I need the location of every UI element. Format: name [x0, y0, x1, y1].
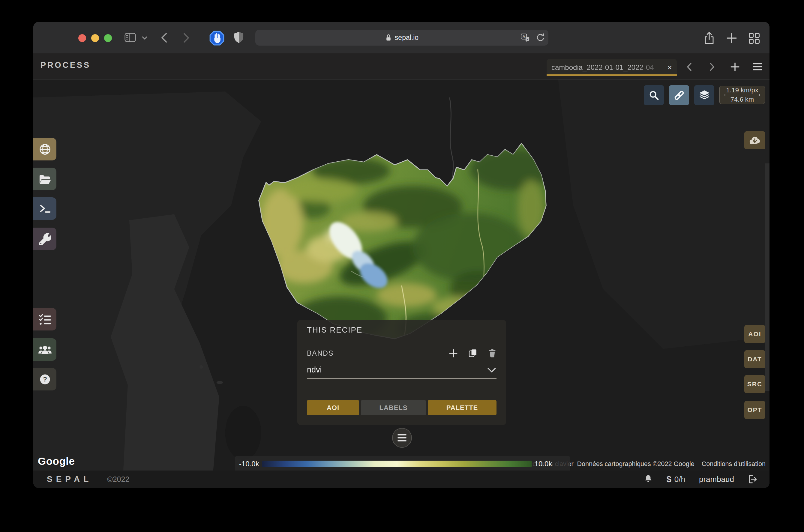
hamburger-icon — [397, 434, 407, 435]
terms-link[interactable]: Conditions d'utilisation — [702, 460, 766, 468]
browser-toolbar: sepal.io A x — [33, 22, 769, 53]
export-button[interactable] — [744, 131, 765, 149]
bell-icon[interactable] — [644, 474, 653, 484]
map-data-copyright: Données cartographiques ©2022 Google — [577, 460, 694, 468]
footer-right: $ 0/h prambaud — [644, 474, 769, 484]
svg-text:?: ? — [43, 375, 47, 383]
map-search-button[interactable] — [644, 85, 664, 105]
map-layers-button[interactable] — [694, 85, 714, 105]
add-band-icon[interactable] — [449, 349, 457, 358]
google-logo: Google — [38, 455, 75, 467]
screen: sepal.io A x — [0, 0, 804, 532]
copy-icon[interactable] — [468, 348, 477, 358]
tab-overview-icon[interactable] — [748, 33, 760, 44]
close-window-button[interactable] — [78, 34, 86, 42]
tab-next-icon[interactable] — [709, 62, 715, 71]
reload-icon[interactable] — [536, 33, 544, 42]
recipe-panel: THIS RECIPE BANDS — [297, 320, 506, 425]
username[interactable]: prambaud — [699, 475, 734, 484]
sidebar-item-help[interactable]: ? — [33, 368, 56, 391]
wrench-icon — [39, 233, 51, 245]
panel-tab-aoi[interactable]: AOI — [744, 325, 765, 343]
users-icon — [38, 344, 52, 356]
link-icon — [673, 89, 685, 101]
sepal-brand: SEPAL — [47, 474, 92, 484]
page-title: PROCESS — [40, 61, 91, 70]
labels-button[interactable]: LABELS — [361, 400, 426, 415]
app-header: PROCESS cambodia_2022-01-01_2022-04 × — [33, 53, 769, 79]
scale-distance: 74.6 km — [730, 96, 754, 103]
map-scale-indicator: 1.19 km/px 74.6 km — [719, 86, 765, 104]
sidebar-item-users[interactable] — [33, 338, 56, 361]
bands-actions — [449, 348, 497, 358]
share-icon[interactable] — [704, 32, 715, 45]
forward-icon[interactable] — [183, 33, 190, 43]
help-icon: ? — [38, 373, 52, 386]
svg-text:x: x — [526, 37, 528, 41]
trash-icon[interactable] — [488, 348, 497, 358]
map-link-button[interactable] — [669, 85, 689, 105]
minimize-window-button[interactable] — [91, 34, 99, 42]
recipe-tab-label: cambodia_2022-01-01_2022-04 — [551, 63, 665, 72]
menu-icon[interactable] — [753, 62, 762, 71]
sidebar-toggle-icon[interactable] — [124, 32, 136, 43]
recipe-panel-title: THIS RECIPE — [307, 320, 497, 340]
aoi-button[interactable]: AOI — [307, 400, 359, 415]
legend-gradient-bar — [262, 461, 531, 467]
panel-tab-label: DAT — [748, 356, 762, 363]
folder-open-icon — [38, 173, 52, 185]
band-select[interactable]: ndvi — [307, 365, 497, 379]
logout-icon[interactable] — [748, 474, 758, 484]
band-select-value: ndvi — [307, 365, 487, 375]
address-bar-actions: A x — [521, 33, 544, 42]
chevron-down-icon[interactable] — [142, 36, 147, 40]
lock-icon — [385, 34, 392, 42]
url-text: sepal.io — [395, 34, 418, 42]
usage-cost[interactable]: $ 0/h — [667, 474, 685, 484]
bands-label: BANDS — [307, 349, 449, 358]
new-tab-icon[interactable] — [726, 33, 737, 43]
map-options-button[interactable] — [392, 428, 412, 448]
legend-min-label: -10.0k — [239, 460, 259, 468]
chevron-down-icon — [487, 367, 497, 373]
ndvi-legend: -10.0k 10.0k — [235, 456, 570, 471]
palette-button[interactable]: PALETTE — [428, 400, 497, 415]
layers-icon — [698, 89, 710, 101]
map-area: ? — [33, 79, 769, 471]
zoom-window-button[interactable] — [104, 34, 112, 42]
app-footer: SEPAL ©2022 $ 0/h prambaud — [33, 471, 769, 488]
cloud-download-icon — [748, 136, 761, 145]
panel-tab-src[interactable]: SRC — [744, 375, 765, 393]
sepal-app: PROCESS cambodia_2022-01-01_2022-04 × — [33, 53, 769, 488]
panel-tab-label: SRC — [747, 381, 762, 388]
close-tab-icon[interactable]: × — [668, 63, 672, 71]
sidebar-item-tasks[interactable] — [33, 308, 56, 330]
footer-copyright: ©2022 — [107, 475, 129, 484]
sidebar-item-apps[interactable] — [33, 228, 56, 250]
globe-icon — [38, 142, 52, 156]
sidebar-item-terminal[interactable] — [33, 197, 56, 220]
task-list-icon — [38, 314, 52, 325]
sidebar-item-process[interactable] — [33, 138, 56, 160]
scale-resolution: 1.19 km/px — [726, 87, 759, 94]
panel-tab-label: OPT — [747, 406, 762, 414]
tab-previous-icon[interactable] — [686, 62, 692, 71]
back-icon[interactable] — [161, 33, 168, 43]
bands-row: BANDS — [307, 348, 497, 358]
search-icon — [649, 90, 659, 101]
svg-text:A: A — [523, 35, 525, 39]
hand-extension-icon[interactable] — [209, 30, 225, 46]
sidebar-item-files[interactable] — [33, 168, 56, 190]
address-bar[interactable]: sepal.io A x — [255, 30, 548, 45]
add-tab-icon[interactable] — [730, 62, 740, 71]
tab-active-underline — [547, 74, 677, 76]
shield-extension-icon[interactable] — [233, 31, 244, 45]
terminal-icon — [38, 203, 52, 215]
cost-value: 0/h — [674, 475, 685, 484]
panel-tab-dat[interactable]: DAT — [744, 350, 765, 368]
browser-window: sepal.io A x — [33, 22, 769, 488]
recipe-tab[interactable]: cambodia_2022-01-01_2022-04 × — [547, 59, 677, 76]
panel-tab-opt[interactable]: OPT — [744, 401, 765, 419]
translate-icon[interactable]: A x — [521, 34, 530, 42]
legend-max-label: 10.0k — [535, 460, 552, 468]
